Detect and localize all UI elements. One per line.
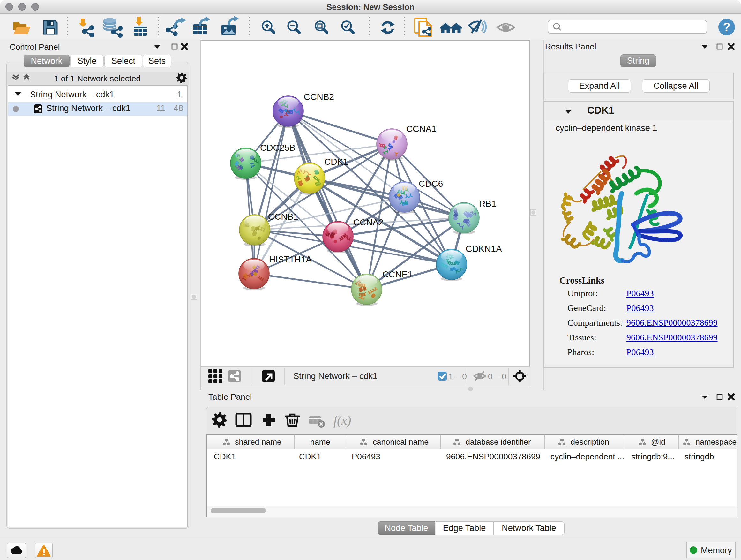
svg-text:CCNE1: CCNE1 xyxy=(382,269,413,279)
svg-text:CDC25B: CDC25B xyxy=(260,143,295,152)
svg-text:CDC6: CDC6 xyxy=(419,179,443,189)
svg-text:CCNA2: CCNA2 xyxy=(353,217,384,227)
svg-text:CDKN1A: CDKN1A xyxy=(466,244,502,254)
svg-text:CDK1: CDK1 xyxy=(324,157,348,167)
svg-text:RB1: RB1 xyxy=(479,199,496,209)
svg-text:?: ? xyxy=(723,20,730,34)
svg-text:CCNA1: CCNA1 xyxy=(406,124,436,134)
svg-text:f(x): f(x) xyxy=(333,413,351,428)
svg-text:CCNB2: CCNB2 xyxy=(304,92,334,102)
svg-text:HIST1H1A: HIST1H1A xyxy=(269,254,312,264)
svg-text:CCNB1: CCNB1 xyxy=(268,212,298,222)
